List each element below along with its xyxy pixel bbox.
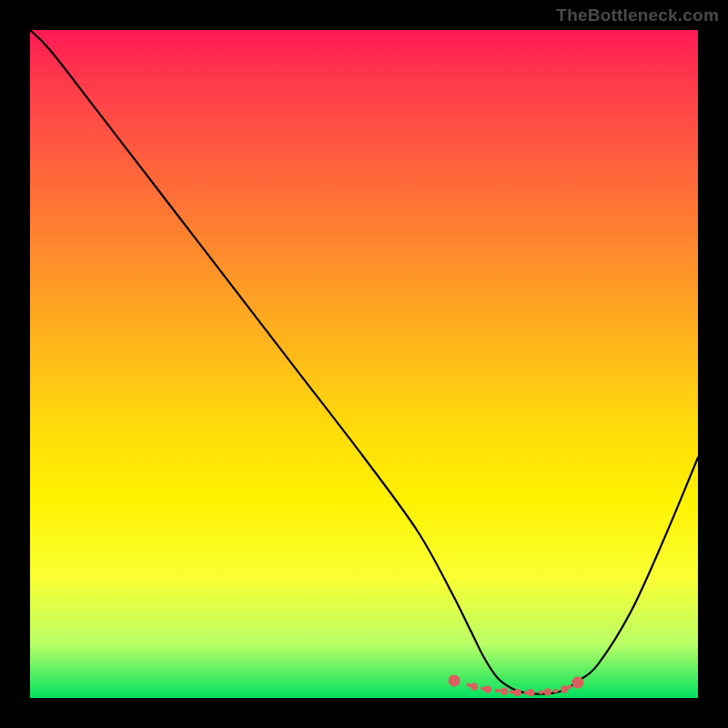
watermark-label: TheBottleneck.com — [556, 5, 719, 25]
chart-frame: TheBottleneck.com — [0, 0, 728, 728]
plot-gradient-area — [30, 30, 698, 698]
